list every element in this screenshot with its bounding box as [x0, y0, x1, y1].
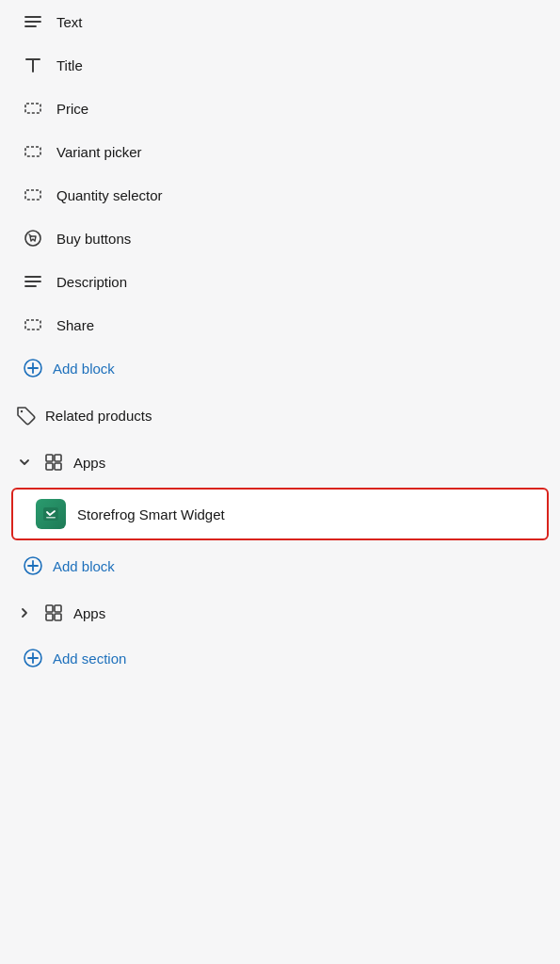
sidebar-item-title[interactable]: Title	[0, 43, 560, 87]
sidebar-item-variant-picker-label: Variant picker	[56, 144, 142, 160]
sidebar-item-text-label: Text	[56, 14, 83, 30]
dashed-box-variant-icon	[23, 141, 43, 162]
svg-rect-26	[46, 605, 53, 612]
title-t-icon	[23, 55, 43, 75]
apps-chevron-down-icon	[15, 453, 34, 472]
add-block-button-first[interactable]: Add block	[0, 346, 560, 390]
add-block-plus-icon-first	[23, 358, 43, 378]
sidebar-item-quantity-selector[interactable]: Quantity selector	[0, 173, 560, 217]
apps-grid-icon-collapsed	[43, 602, 64, 623]
tag-icon	[15, 405, 36, 426]
sidebar-item-share[interactable]: Share	[0, 303, 560, 346]
storefrog-smart-widget-item[interactable]: Storefrog Smart Widget	[11, 488, 549, 540]
add-block-label-first: Add block	[53, 361, 115, 377]
sidebar-item-price[interactable]: Price	[0, 87, 560, 130]
add-section-button[interactable]: Add section	[0, 635, 560, 682]
svg-rect-5	[25, 104, 40, 113]
apps-section-expanded[interactable]: Apps	[0, 441, 560, 484]
sidebar-item-quantity-selector-label: Quantity selector	[56, 187, 163, 203]
svg-rect-17	[46, 455, 53, 461]
add-block-button-second[interactable]: Add block	[0, 544, 560, 587]
sidebar-item-text[interactable]: Text	[0, 0, 560, 43]
svg-rect-29	[55, 614, 61, 620]
apps-chevron-right-icon	[15, 603, 34, 622]
dashed-box-price-icon	[23, 98, 43, 119]
svg-rect-6	[25, 147, 40, 156]
storefrog-label: Storefrog Smart Widget	[77, 506, 225, 522]
apps-collapsed-label: Apps	[73, 605, 105, 621]
buy-pointer-icon	[23, 228, 43, 249]
sidebar-item-buy-buttons[interactable]: Buy buttons	[0, 217, 560, 260]
svg-rect-27	[55, 605, 61, 612]
sidebar-item-variant-picker[interactable]: Variant picker	[0, 130, 560, 173]
sidebar-item-description-label: Description	[56, 274, 127, 290]
text-lines-description-icon	[23, 271, 43, 292]
apps-section-collapsed[interactable]: Apps	[0, 591, 560, 635]
add-block-plus-icon-second	[23, 555, 43, 576]
svg-rect-7	[25, 190, 40, 200]
sidebar-item-description[interactable]: Description	[0, 260, 560, 303]
svg-point-8	[25, 231, 40, 246]
sidebar-item-price-label: Price	[56, 101, 88, 117]
svg-rect-19	[46, 463, 53, 470]
add-section-plus-icon	[23, 648, 43, 668]
sidebar-item-buy-buttons-label: Buy buttons	[56, 231, 131, 247]
add-block-label-second: Add block	[53, 558, 115, 574]
add-section-label: Add section	[53, 651, 126, 667]
sidebar-menu: Text Title Price Variant picker	[0, 0, 560, 682]
svg-rect-18	[55, 455, 61, 461]
svg-rect-22	[46, 517, 56, 519]
sidebar-item-title-label: Title	[56, 57, 83, 73]
related-products-label: Related products	[45, 408, 152, 424]
related-products-section[interactable]: Related products	[0, 394, 560, 437]
sidebar-item-share-label: Share	[56, 317, 94, 333]
dashed-box-quantity-icon	[23, 185, 43, 205]
svg-rect-12	[25, 320, 40, 329]
apps-expanded-label: Apps	[73, 455, 105, 471]
storefrog-app-icon	[36, 499, 66, 529]
svg-rect-28	[46, 614, 53, 620]
text-lines-icon	[23, 11, 43, 32]
dashed-box-share-icon	[23, 314, 43, 335]
svg-point-16	[21, 410, 23, 412]
svg-rect-20	[55, 463, 61, 470]
apps-grid-icon-expanded	[43, 452, 64, 473]
